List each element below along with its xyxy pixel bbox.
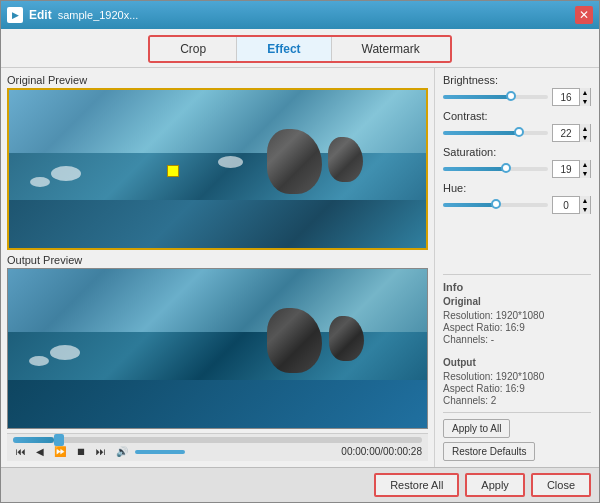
- foam1: [51, 166, 81, 181]
- original-resolution: Resolution: 1920*1080: [443, 310, 591, 321]
- file-name: sample_1920x...: [58, 9, 139, 21]
- brightness-up[interactable]: ▲: [580, 88, 590, 97]
- hue-down[interactable]: ▼: [580, 205, 590, 214]
- ocean-top: [9, 90, 426, 161]
- info-title: Info: [443, 281, 591, 293]
- saturation-input[interactable]: 19 ▲ ▼: [552, 160, 591, 178]
- hue-label: Hue:: [443, 182, 591, 194]
- contrast-slider[interactable]: [443, 131, 548, 135]
- contrast-value[interactable]: 22: [553, 128, 579, 139]
- hue-fill: [443, 203, 496, 207]
- brightness-control: Brightness: 16 ▲ ▼: [443, 74, 591, 106]
- hue-thumb[interactable]: [491, 199, 501, 209]
- progress-handle[interactable]: [54, 434, 64, 446]
- contrast-control: Contrast: 22 ▲ ▼: [443, 110, 591, 142]
- progress-bar[interactable]: [13, 437, 422, 443]
- output-foam1: [50, 345, 80, 360]
- right-panel: Brightness: 16 ▲ ▼: [434, 68, 599, 467]
- skip-start-button[interactable]: ⏮: [13, 445, 29, 458]
- contrast-label: Contrast:: [443, 110, 591, 122]
- rock1: [267, 129, 322, 194]
- title-bar: ▶ Edit sample_1920x... ✕: [1, 1, 599, 29]
- skip-end-button[interactable]: ⏭: [93, 445, 109, 458]
- output-preview-section: Output Preview: [7, 254, 428, 430]
- hue-slider[interactable]: [443, 203, 548, 207]
- tab-watermark[interactable]: Watermark: [332, 37, 450, 61]
- output-aspect: Aspect Ratio: 16:9: [443, 383, 591, 394]
- brightness-down[interactable]: ▼: [580, 97, 590, 106]
- hue-up[interactable]: ▲: [580, 196, 590, 205]
- edit-window: ▶ Edit sample_1920x... ✕ Crop Effect Wat…: [0, 0, 600, 503]
- brightness-value[interactable]: 16: [553, 92, 579, 103]
- app-icon: ▶: [7, 7, 23, 23]
- apply-to-all-button[interactable]: Apply to All: [443, 419, 510, 438]
- divider2: [443, 412, 591, 413]
- contrast-input[interactable]: 22 ▲ ▼: [552, 124, 591, 142]
- playback-row: ⏮ ◀ ⏩ ⏹ ⏭ 🔊 00:00:00/00:00:28: [13, 445, 422, 458]
- tab-effect[interactable]: Effect: [237, 37, 331, 61]
- contrast-slider-row: 22 ▲ ▼: [443, 124, 591, 142]
- play-button[interactable]: ⏩: [51, 445, 69, 458]
- contrast-down[interactable]: ▼: [580, 133, 590, 142]
- divider1: [443, 274, 591, 275]
- output-preview-label: Output Preview: [7, 254, 428, 266]
- saturation-value[interactable]: 19: [553, 164, 579, 175]
- original-ocean: [9, 90, 426, 248]
- saturation-slider-row: 19 ▲ ▼: [443, 160, 591, 178]
- output-rock2: [329, 316, 364, 361]
- hue-slider-row: 0 ▲ ▼: [443, 196, 591, 214]
- contrast-thumb[interactable]: [514, 127, 524, 137]
- volume-slider[interactable]: [135, 450, 185, 454]
- saturation-thumb[interactable]: [501, 163, 511, 173]
- output-resolution: Resolution: 1920*1080: [443, 371, 591, 382]
- saturation-arrows: ▲ ▼: [579, 160, 590, 178]
- hue-control: Hue: 0 ▲ ▼: [443, 182, 591, 214]
- progress-fill: [13, 437, 54, 443]
- panel-action-row: Apply to All Restore Defaults: [443, 419, 591, 461]
- output-ocean-top: [8, 269, 427, 341]
- info-section: Info Original Resolution: 1920*1080 Aspe…: [443, 281, 591, 345]
- title-bar-left: ▶ Edit sample_1920x...: [7, 7, 138, 23]
- original-preview-label: Original Preview: [7, 74, 428, 86]
- original-preview-frame: [7, 88, 428, 250]
- saturation-fill: [443, 167, 506, 171]
- brightness-label: Brightness:: [443, 74, 591, 86]
- apply-button[interactable]: Apply: [465, 473, 525, 497]
- brightness-arrows: ▲ ▼: [579, 88, 590, 106]
- original-channels: Channels: -: [443, 334, 591, 345]
- foam2: [30, 177, 50, 187]
- saturation-up[interactable]: ▲: [580, 160, 590, 169]
- yellow-marker: [167, 165, 179, 177]
- volume-icon[interactable]: 🔊: [113, 445, 131, 458]
- contrast-arrows: ▲ ▼: [579, 124, 590, 142]
- close-window-button[interactable]: ✕: [575, 6, 593, 24]
- tab-container: Crop Effect Watermark: [148, 35, 452, 63]
- original-title: Original: [443, 296, 591, 307]
- controls-bar: ⏮ ◀ ⏩ ⏹ ⏭ 🔊 00:00:00/00:00:28: [7, 433, 428, 461]
- original-preview-section: Original Preview: [7, 74, 428, 250]
- stop-button[interactable]: ⏹: [73, 445, 89, 458]
- contrast-fill: [443, 131, 519, 135]
- hue-input[interactable]: 0 ▲ ▼: [552, 196, 591, 214]
- brightness-input[interactable]: 16 ▲ ▼: [552, 88, 591, 106]
- saturation-slider[interactable]: [443, 167, 548, 171]
- ocean-bottom: [9, 200, 426, 247]
- brightness-thumb[interactable]: [506, 91, 516, 101]
- window-title: Edit: [29, 8, 52, 22]
- tab-crop[interactable]: Crop: [150, 37, 237, 61]
- contrast-up[interactable]: ▲: [580, 124, 590, 133]
- restore-all-button[interactable]: Restore All: [374, 473, 459, 497]
- output-info-section: Output Resolution: 1920*1080 Aspect Rati…: [443, 357, 591, 406]
- time-total: 00:00:28: [383, 446, 422, 457]
- brightness-slider[interactable]: [443, 95, 548, 99]
- output-title: Output: [443, 357, 591, 368]
- close-button[interactable]: Close: [531, 473, 591, 497]
- hue-value[interactable]: 0: [553, 200, 579, 211]
- restore-defaults-button[interactable]: Restore Defaults: [443, 442, 535, 461]
- prev-frame-button[interactable]: ◀: [33, 445, 47, 458]
- brightness-fill: [443, 95, 511, 99]
- saturation-label: Saturation:: [443, 146, 591, 158]
- saturation-down[interactable]: ▼: [580, 169, 590, 178]
- output-channels: Channels: 2: [443, 395, 591, 406]
- foam3: [218, 156, 243, 168]
